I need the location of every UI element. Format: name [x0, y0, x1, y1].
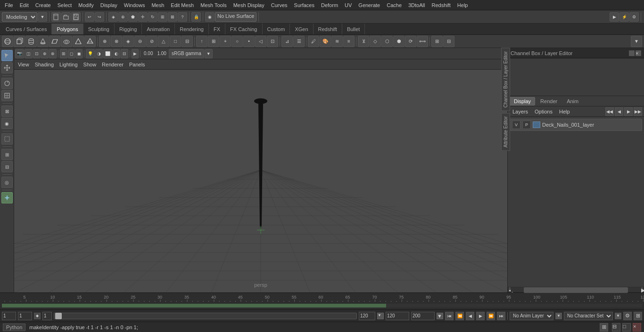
play-back-btn[interactable]: ◀ [466, 312, 474, 320]
select-mode-btn[interactable] [1, 50, 13, 61]
vp-marker-btn[interactable]: ⊕ [41, 49, 49, 58]
separate-icon-btn[interactable]: ⊗ [111, 36, 122, 47]
sculpt-icon-btn[interactable]: 🖊 [308, 36, 319, 47]
merge-icon-btn[interactable]: ⊻ [358, 36, 369, 47]
tab-rendering[interactable]: Rendering [175, 24, 209, 34]
settings-btn[interactable]: ⚙ [623, 312, 632, 320]
rotate-mode-btn[interactable] [1, 78, 13, 89]
tab-render[interactable]: Render [536, 97, 561, 105]
scale-btn[interactable]: ⊞ [158, 12, 167, 22]
tab-animation[interactable]: Animation [142, 24, 175, 34]
vp-persp-btn[interactable]: ◫ [25, 49, 33, 58]
vp-gamma-btn[interactable]: sRGB gamma [169, 49, 204, 58]
menu-uv[interactable]: UV [342, 1, 355, 9]
menu-mesh-display[interactable]: Mesh Display [231, 1, 267, 9]
wedge-icon-btn[interactable]: ◁ [255, 36, 266, 47]
total-frames-input[interactable] [411, 312, 435, 320]
duplicate-icon-btn[interactable]: ⊡ [267, 36, 278, 47]
playback-end-input[interactable] [386, 312, 409, 320]
key-btn[interactable]: ◆ [34, 313, 41, 319]
window-close-btn[interactable]: × [633, 323, 641, 332]
mode-dropdown[interactable]: Modeling [2, 12, 37, 22]
paint-btn[interactable]: ⬟ [128, 12, 138, 22]
ipr-btn[interactable]: ⚡ [619, 12, 629, 22]
frame-end-arrow[interactable]: ▼ [377, 313, 384, 319]
menu-modify[interactable]: Modify [75, 1, 96, 9]
move-btn[interactable]: ✛ [138, 12, 148, 22]
total-frames-arrow[interactable]: ▼ [437, 313, 443, 319]
cylinder-icon-btn[interactable] [25, 36, 37, 47]
append-icon-btn[interactable]: + [220, 36, 231, 47]
menu-windows[interactable]: Windows [121, 1, 148, 9]
lasso-btn[interactable]: ⊕ [118, 12, 128, 22]
proxy-icon-btn[interactable]: ⊟ [443, 36, 454, 47]
torus-icon-btn[interactable] [61, 36, 72, 47]
crease-icon-btn[interactable]: ≡ [343, 36, 355, 47]
vp-xray-btn[interactable]: ⬜ [103, 49, 112, 58]
tab-rigging[interactable]: Rigging [115, 24, 142, 34]
mode-arrow[interactable]: ▼ [38, 12, 47, 22]
layer-color-swatch[interactable] [533, 121, 540, 128]
tab-custom[interactable]: Custom [263, 24, 290, 34]
marquee-btn[interactable] [1, 133, 13, 145]
poke-icon-btn[interactable]: • [243, 36, 255, 47]
flip-icon-btn[interactable]: ⟺ [417, 36, 428, 47]
tab-redshift[interactable]: Redshift [314, 24, 342, 34]
layer-arrow-left2[interactable]: ◀ [615, 107, 623, 116]
extrude-icon-btn[interactable]: ↑ [196, 36, 207, 47]
split-icon-btn[interactable]: ⊿ [281, 36, 293, 47]
layer-arrow-right1[interactable]: ▶ [624, 107, 633, 116]
layer-playback-btn[interactable]: P [522, 121, 531, 129]
boolean-icon-btn[interactable]: ⊖ [134, 36, 146, 47]
vp-menu-view[interactable]: View [16, 61, 31, 68]
vp-grid-btn[interactable]: ⊞ [60, 49, 67, 58]
layer-visibility-btn[interactable]: V [512, 121, 520, 129]
attr-editor-tab[interactable]: Attribute Editor [501, 113, 510, 151]
universal-mode-btn[interactable]: ⊠ [1, 105, 13, 117]
render-btn[interactable]: ▶ [610, 12, 619, 22]
python-toggle[interactable]: Python [3, 324, 25, 331]
menu-generate[interactable]: Generate [355, 1, 383, 9]
vp-menu-lighting[interactable]: Lighting [58, 61, 80, 68]
vp-menu-panels[interactable]: Panels [127, 61, 147, 68]
menu-deform[interactable]: Deform [318, 1, 341, 9]
soft-select-btn[interactable]: ◉ [1, 118, 13, 129]
mirror-icon-btn[interactable]: ⊟ [182, 36, 193, 47]
vp-ortho-btn[interactable]: ⊡ [33, 49, 41, 58]
bevel-icon-btn[interactable]: ⬡ [381, 36, 393, 47]
tab-xgen[interactable]: XGen [290, 24, 313, 34]
char-set-btn[interactable]: ▼ [615, 313, 621, 319]
show-grid-btn[interactable]: ⊞ [1, 149, 13, 160]
menu-mesh[interactable]: Mesh [149, 1, 167, 9]
scroll-right-btn[interactable]: ▶ [641, 287, 643, 292]
chamfer-icon-btn[interactable]: ◇ [370, 36, 381, 47]
vp-shaded-btn[interactable]: ◼ [75, 49, 83, 58]
vp-shadow-btn[interactable]: ◑ [95, 49, 103, 58]
options-menu[interactable]: Options [532, 108, 555, 115]
right-h-scrollbar[interactable]: ◀ ▶ [508, 287, 644, 292]
combine-icon-btn[interactable]: ⊕ [99, 36, 110, 47]
relax-icon-btn[interactable]: ≋ [331, 36, 343, 47]
menu-surfaces[interactable]: Surfaces [291, 1, 317, 9]
snap-grid-btn[interactable]: 🔒 [191, 12, 201, 22]
new-scene-btn[interactable] [51, 12, 61, 22]
playback-range-bar[interactable] [2, 304, 642, 308]
menu-edit[interactable]: Edit [17, 1, 32, 9]
quad-icon-btn[interactable]: □ [170, 36, 181, 47]
extra-btn[interactable]: ⊞ [634, 312, 642, 320]
help-menu[interactable]: Help [556, 108, 573, 115]
vp-lighting-btn[interactable]: 💡 [86, 49, 95, 58]
scrollbar-thumb[interactable] [524, 287, 628, 293]
menu-mesh-tools[interactable]: Mesh Tools [198, 1, 229, 9]
vp-playblast-btn[interactable]: ▶ [132, 49, 139, 58]
redo-btn[interactable]: ↪ [95, 12, 104, 22]
rotate-btn[interactable]: ↻ [148, 12, 157, 22]
tab-polygons[interactable]: Polygons [52, 24, 83, 34]
menu-edit-mesh[interactable]: Edit Mesh [168, 1, 197, 9]
prism-icon-btn[interactable] [73, 36, 84, 47]
undo-btn[interactable]: ↩ [85, 12, 94, 22]
vp-obj-btn[interactable]: ⊗ [49, 49, 57, 58]
tab-sculpting[interactable]: Sculpting [83, 24, 115, 34]
char-set-select[interactable]: No Character Set [564, 312, 613, 320]
vp-menu-show[interactable]: Show [82, 61, 99, 68]
